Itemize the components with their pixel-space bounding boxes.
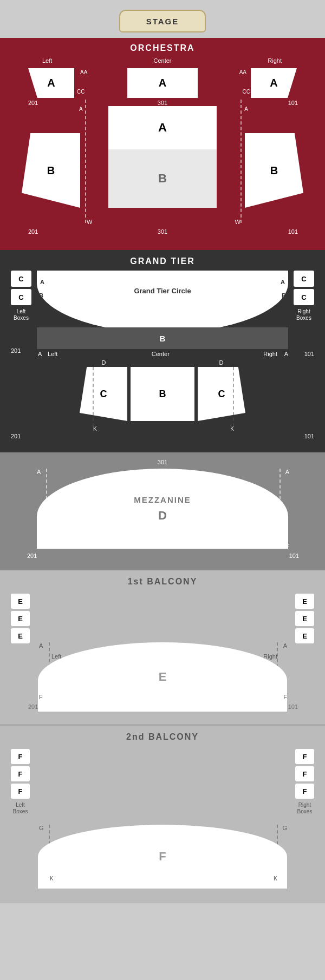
balc1-num-101: 101 bbox=[288, 703, 298, 710]
orch-right-label: Right bbox=[268, 57, 282, 64]
balc2-right-boxes: F F F RightBoxes bbox=[295, 749, 314, 815]
orch-a-label-right: A bbox=[244, 106, 248, 112]
gt-dashed-left bbox=[93, 367, 94, 426]
gt-b-arc: B bbox=[37, 327, 288, 349]
balc2-f-label: F bbox=[159, 850, 166, 864]
orch-301-top: 301 bbox=[158, 100, 167, 106]
orch-box-center-letter: A bbox=[159, 77, 166, 89]
gt-row-b-right: B bbox=[282, 292, 286, 299]
balc2-f-box-r2: F bbox=[295, 766, 314, 781]
orch-cc-left: CC bbox=[77, 89, 84, 95]
orch-aa-right: AA bbox=[239, 69, 246, 75]
orch-dashed-right bbox=[240, 100, 242, 223]
gt-row-b-left: B bbox=[39, 292, 43, 299]
gt-left-box-2: C bbox=[11, 289, 31, 305]
orch-box-center: A bbox=[127, 68, 198, 98]
orchestra-section: ORCHESTRA Left Center Right AA AA A A A … bbox=[0, 38, 325, 250]
mezz-arc: MEZZANINE D bbox=[37, 469, 288, 549]
gt-left-box-1: C bbox=[11, 271, 31, 287]
gt-b-arc-label: B bbox=[160, 334, 166, 343]
balc2-arc: F bbox=[38, 825, 287, 889]
gt-center-sublabel: Center bbox=[152, 351, 170, 357]
gt-lower-c-right: C bbox=[198, 367, 245, 421]
gt-row-c-right: C bbox=[283, 306, 287, 312]
gt-left-sublabel: Left bbox=[48, 351, 57, 357]
gt-row-a-left: A bbox=[40, 279, 44, 285]
balc2-f-box-r1: F bbox=[295, 749, 314, 764]
orch-101-bottom: 101 bbox=[288, 228, 298, 235]
gt-circle-top: A B C A B C Grand Tier Circle bbox=[37, 271, 288, 333]
orch-w-left: W bbox=[87, 219, 92, 225]
mezz-d-label: D bbox=[158, 509, 167, 523]
orch-box-right-letter: A bbox=[270, 77, 277, 89]
balc1-f-left: F bbox=[39, 694, 43, 700]
gt-k-left: K bbox=[93, 426, 97, 432]
balc2-k-left: K bbox=[50, 876, 54, 882]
mezz-num-201: 201 bbox=[27, 553, 37, 559]
balc1-f-right: F bbox=[283, 694, 287, 700]
balc1-left-boxes: E E E bbox=[11, 594, 30, 643]
gt-right-box-1: C bbox=[294, 271, 314, 287]
stage-area: STAGE bbox=[0, 0, 325, 38]
orch-101-top: 101 bbox=[288, 100, 298, 106]
gt-row-c-left: C bbox=[38, 306, 42, 312]
balc2-left-boxes-label: LeftBoxes bbox=[13, 802, 28, 815]
mezz-f-left: F bbox=[37, 543, 41, 550]
orch-dashed-left bbox=[85, 100, 86, 223]
gt-lower-c-left: C bbox=[80, 367, 127, 421]
mezz-a-left: A bbox=[37, 469, 41, 475]
orch-b-right-letter: B bbox=[270, 165, 278, 177]
gt-num-201b: 201 bbox=[11, 347, 21, 354]
orch-box-right: A bbox=[251, 68, 297, 98]
balc1-e-box-r1: E bbox=[295, 594, 314, 609]
balc2-f-box-r3: F bbox=[295, 784, 314, 799]
gt-lower-b-center: B bbox=[131, 367, 194, 421]
gt-row-a-right: A bbox=[281, 279, 285, 285]
balc2-f-box-l3: F bbox=[11, 784, 30, 799]
balc1-a-right: A bbox=[283, 642, 287, 649]
grand-tier-title: GRAND TIER bbox=[11, 256, 314, 266]
gt-right-boxes-label: RightBoxes bbox=[296, 308, 311, 321]
balc1-right-boxes: E E E bbox=[295, 594, 314, 643]
orch-mid-letter: A bbox=[158, 121, 167, 135]
orch-left-label: Left bbox=[42, 57, 52, 64]
mezz-a-right: A bbox=[285, 469, 289, 475]
gt-a-lower-right: A bbox=[284, 351, 288, 357]
orchestra-title: ORCHESTRA bbox=[11, 43, 314, 53]
gt-right-box-2: C bbox=[294, 289, 314, 305]
balcony1-title: 1st BALCONY bbox=[11, 577, 314, 587]
gt-k-right: K bbox=[230, 426, 234, 432]
orch-301-bottom: 301 bbox=[158, 228, 167, 235]
gt-right-boxes: C C RightBoxes bbox=[294, 271, 314, 321]
stage-label: STAGE bbox=[146, 17, 179, 26]
mezzanine-section: 301 A A MEZZANINE D F F 201 101 bbox=[0, 452, 325, 570]
orch-cc-right: CC bbox=[243, 89, 250, 95]
balc1-e-box-r2: E bbox=[295, 611, 314, 626]
orch-center-label: Center bbox=[153, 57, 171, 64]
balc2-left-boxes: F F F LeftBoxes bbox=[11, 749, 30, 815]
gt-num-201: 201 bbox=[11, 433, 21, 439]
gt-101-right: 101 bbox=[304, 351, 314, 357]
orch-mid-a: A bbox=[108, 106, 217, 149]
balc2-f-box-l1: F bbox=[11, 749, 30, 764]
orch-b-right: B bbox=[245, 133, 303, 208]
gt-dashed-right bbox=[233, 367, 234, 426]
mezz-301: 301 bbox=[158, 459, 167, 465]
gt-left-boxes: C C LeftBoxes bbox=[11, 271, 31, 321]
mezz-num-101: 101 bbox=[289, 553, 299, 559]
orch-box-left: A bbox=[28, 68, 74, 98]
orch-b-left: B bbox=[22, 133, 80, 208]
balc2-k-right: K bbox=[274, 876, 277, 882]
balc1-a-left: A bbox=[39, 642, 43, 649]
orch-w-right: W bbox=[235, 219, 240, 225]
balc1-e-box-r3: E bbox=[295, 628, 314, 643]
gt-right-sublabel: Right bbox=[263, 351, 277, 357]
orch-201-top: 201 bbox=[28, 100, 38, 106]
balc2-g-left: G bbox=[39, 825, 44, 831]
balc1-num-201: 201 bbox=[28, 703, 38, 710]
gt-num-101: 101 bbox=[304, 433, 314, 439]
balc2-right-boxes-label: RightBoxes bbox=[297, 802, 313, 815]
mezz-f-right: F bbox=[285, 543, 289, 550]
balc1-arc: E bbox=[38, 642, 287, 712]
balc2-g-right: G bbox=[282, 825, 287, 831]
